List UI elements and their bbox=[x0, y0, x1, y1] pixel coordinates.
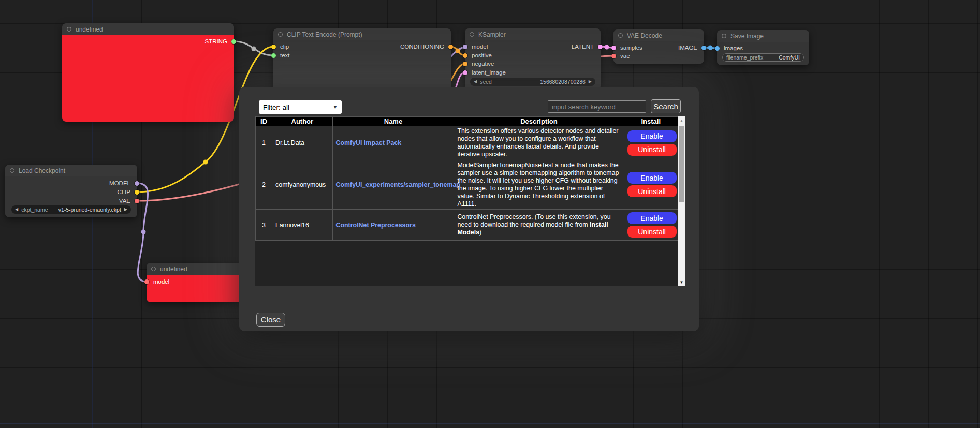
slot-label: negative bbox=[472, 61, 494, 67]
extension-row: 1 Dr.Lt.Data ComfyUI Impact Pack This ex… bbox=[256, 126, 678, 160]
input-dot-clip[interactable] bbox=[271, 45, 276, 49]
cell-id: 1 bbox=[256, 126, 272, 160]
cell-description: ModelSamplerTonemapNoiseTest a node that… bbox=[454, 160, 624, 210]
slot-label: CLIP bbox=[117, 189, 130, 195]
slot-label: model bbox=[472, 43, 488, 50]
input-dot-positive[interactable] bbox=[463, 53, 467, 58]
header-install: Install bbox=[624, 117, 678, 126]
description-text: ControlNet Preprocessors. (To use this e… bbox=[457, 213, 610, 228]
slot-label: images bbox=[724, 45, 743, 51]
next-arrow-icon[interactable]: ▶ bbox=[124, 208, 127, 212]
cell-id: 2 bbox=[256, 160, 272, 210]
cell-author: comfyanonymous bbox=[272, 160, 332, 210]
extension-link[interactable]: ControlNet Preprocessors bbox=[336, 222, 416, 229]
output-dot-conditioning[interactable] bbox=[448, 45, 453, 49]
ckpt-name-widget[interactable]: ◀ ckpt_name v1-5-pruned-emaonly.ckpt ▶ bbox=[11, 205, 131, 214]
output-dot-latent[interactable] bbox=[598, 45, 603, 49]
input-dot-images[interactable] bbox=[715, 46, 720, 51]
cell-description: This extension offers various detector n… bbox=[454, 126, 624, 160]
output-slot-clip: CLIP bbox=[117, 188, 139, 196]
table-scrollbar[interactable]: ▲ ▼ bbox=[678, 116, 685, 286]
uninstall-button[interactable]: Uninstall bbox=[627, 144, 677, 156]
seed-widget[interactable]: ◀ seed 156680208700286 ▶ bbox=[470, 78, 595, 86]
input-dot-text[interactable] bbox=[271, 53, 276, 58]
node-header[interactable]: VAE Decode bbox=[613, 29, 704, 41]
node-undefined-string[interactable]: undefined STRING bbox=[62, 23, 234, 122]
filename-prefix-widget[interactable]: filename_prefix ComfyUI bbox=[722, 53, 804, 62]
widget-value: v1-5-pruned-emaonly.ckpt bbox=[58, 206, 121, 213]
collapse-dot-icon[interactable] bbox=[278, 32, 283, 37]
canvas-axis-horizontal bbox=[0, 423, 980, 424]
output-dot-vae[interactable] bbox=[135, 199, 139, 203]
node-ksampler[interactable]: KSampler model positive negative latent_… bbox=[465, 28, 601, 90]
input-dot-negative[interactable] bbox=[463, 62, 467, 66]
cell-id: 3 bbox=[256, 210, 272, 241]
node-title: undefined bbox=[76, 26, 103, 33]
output-dot-string[interactable] bbox=[231, 39, 236, 44]
node-header[interactable]: CLIP Text Encode (Prompt) bbox=[273, 28, 451, 40]
cell-install: Enable Uninstall bbox=[624, 210, 678, 241]
decrement-arrow-icon[interactable]: ◀ bbox=[474, 80, 477, 84]
input-slot-vae: vae bbox=[611, 52, 630, 60]
input-dot-model[interactable] bbox=[144, 279, 149, 284]
enable-button[interactable]: Enable bbox=[627, 130, 677, 142]
input-slot-latent-image: latent_image bbox=[463, 69, 506, 76]
input-dot-model[interactable] bbox=[463, 45, 467, 49]
scrollbar-thumb[interactable] bbox=[679, 126, 684, 202]
widget-label: ckpt_name bbox=[21, 206, 48, 213]
uninstall-button[interactable]: Uninstall bbox=[627, 226, 677, 238]
slot-label: clip bbox=[280, 43, 289, 50]
slot-label: LATENT bbox=[572, 43, 594, 50]
collapse-dot-icon[interactable] bbox=[10, 168, 14, 173]
extension-link[interactable]: ComfyUI_experiments/sampler_tonemap bbox=[336, 181, 460, 188]
close-button[interactable]: Close bbox=[256, 313, 285, 327]
slot-label: model bbox=[153, 278, 169, 285]
input-slot-negative: negative bbox=[463, 60, 494, 67]
collapse-dot-icon[interactable] bbox=[470, 32, 474, 37]
node-header[interactable]: Load Checkpoint bbox=[5, 165, 137, 176]
error-node-body bbox=[62, 35, 234, 122]
increment-arrow-icon[interactable]: ▶ bbox=[589, 80, 592, 84]
output-slot-vae: VAE bbox=[119, 197, 139, 204]
node-save-image[interactable]: Save Image images filename_prefix ComfyU… bbox=[717, 30, 809, 65]
widget-label: filename_prefix bbox=[726, 54, 763, 61]
widget-label: seed bbox=[480, 79, 492, 85]
search-input[interactable] bbox=[548, 100, 646, 113]
wire-midpoint-model bbox=[141, 230, 146, 234]
input-slot-model: model bbox=[463, 43, 488, 50]
input-dot-vae[interactable] bbox=[611, 54, 616, 58]
uninstall-button[interactable]: Uninstall bbox=[627, 185, 677, 197]
input-slot-model: model bbox=[144, 278, 169, 285]
enable-button[interactable]: Enable bbox=[627, 212, 677, 224]
scroll-down-icon[interactable]: ▼ bbox=[678, 278, 685, 286]
collapse-dot-icon[interactable] bbox=[618, 33, 623, 38]
output-dot-clip[interactable] bbox=[135, 190, 139, 195]
output-dot-model[interactable] bbox=[135, 181, 139, 186]
filter-select[interactable]: Filter: all ▼ bbox=[259, 100, 342, 114]
node-header[interactable]: Save Image bbox=[717, 30, 809, 42]
enable-button[interactable]: Enable bbox=[627, 172, 677, 184]
node-header[interactable]: KSampler bbox=[465, 28, 601, 40]
input-dot-samples[interactable] bbox=[611, 46, 616, 50]
node-vae-decode[interactable]: VAE Decode samples vae IMAGE bbox=[613, 29, 704, 64]
node-title: undefined bbox=[160, 265, 187, 273]
cell-description: ControlNet Preprocessors. (To use this e… bbox=[454, 210, 624, 241]
input-slot-positive: positive bbox=[463, 52, 492, 59]
scroll-up-icon[interactable]: ▲ bbox=[678, 117, 685, 124]
node-header[interactable]: undefined bbox=[62, 23, 234, 35]
wire-string-to-text bbox=[234, 41, 273, 55]
collapse-dot-icon[interactable] bbox=[67, 27, 71, 32]
collapse-dot-icon[interactable] bbox=[722, 34, 726, 38]
search-button[interactable]: Search bbox=[651, 99, 681, 113]
node-load-checkpoint[interactable]: Load Checkpoint MODEL CLIP VAE ◀ ckpt_na… bbox=[5, 165, 137, 217]
output-slot-conditioning: CONDITIONING bbox=[400, 43, 453, 50]
collapse-dot-icon[interactable] bbox=[151, 267, 156, 271]
cell-author: Dr.Lt.Data bbox=[272, 126, 332, 160]
extension-link[interactable]: ComfyUI Impact Pack bbox=[336, 139, 402, 146]
output-dot-image[interactable] bbox=[701, 46, 706, 50]
slot-label: STRING bbox=[205, 38, 227, 45]
graph-canvas[interactable]: undefined STRING CLIP Text Encode (Promp… bbox=[0, 0, 980, 428]
previous-arrow-icon[interactable]: ◀ bbox=[15, 208, 18, 212]
extension-row: 3 Fannovel16 ControlNet Preprocessors Co… bbox=[256, 210, 678, 241]
input-dot-latent-image[interactable] bbox=[463, 70, 467, 75]
